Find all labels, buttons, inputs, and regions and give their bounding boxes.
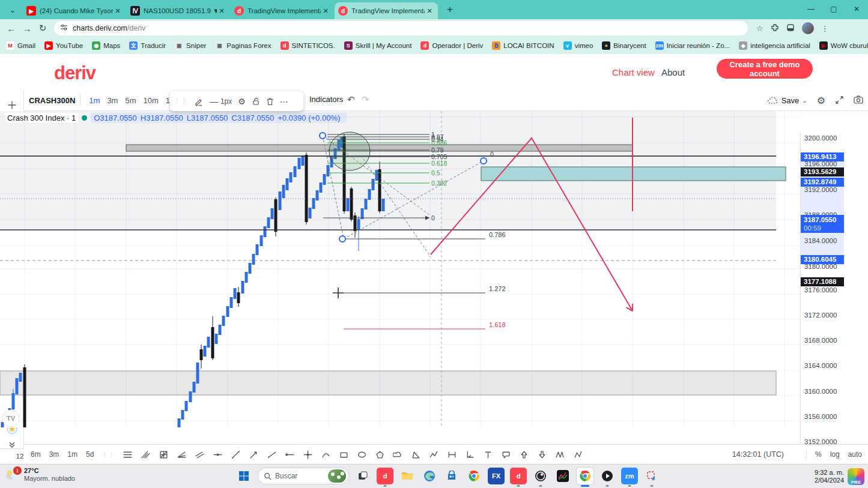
percent-scale-button[interactable]: %	[815, 450, 822, 459]
lower-gray-band[interactable]	[0, 371, 776, 395]
windows-start-icon[interactable]	[235, 468, 252, 484]
utc-clock[interactable]: 14:32:01 (UTC)	[732, 450, 784, 459]
weather-widget[interactable]: 1 27°CMayorm. nublado	[5, 467, 75, 483]
bookmark-item[interactable]: dSINTETICOS.	[281, 41, 335, 50]
range-3m[interactable]: 3m	[49, 450, 59, 459]
range-1m[interactable]: 1m	[67, 450, 77, 459]
new-tab-button[interactable]: +	[442, 2, 458, 17]
trend-line-tool[interactable]	[229, 448, 242, 461]
nav-chart-view[interactable]: Chart view	[612, 67, 655, 77]
auto-scale-button[interactable]: auto	[848, 450, 862, 459]
bookmark-item[interactable]: ●Binarycent	[602, 41, 646, 50]
taskbar-clock[interactable]: 9:32 a. m.2/04/2024	[815, 469, 844, 484]
profile-avatar[interactable]	[802, 22, 814, 34]
text-tool[interactable]	[481, 448, 494, 461]
zoom-app-icon[interactable]: zm	[621, 468, 638, 484]
taskbar-search[interactable]: Buscar	[258, 468, 349, 484]
drag-handle[interactable]: ⋮⋮	[102, 451, 115, 458]
deriv-app-icon[interactable]: d	[377, 468, 393, 484]
timeframe-1m[interactable]: 1m	[89, 96, 100, 105]
legend-title[interactable]: Crash 300 Index · 1	[5, 113, 78, 123]
ms-store-icon[interactable]	[443, 468, 460, 484]
close-button[interactable]: ✕	[845, 0, 868, 18]
cloud-shape-tool[interactable]	[391, 448, 404, 461]
gann-grid-tool[interactable]	[157, 448, 170, 461]
create-demo-account-button[interactable]: Create a free demo account	[717, 59, 813, 79]
ellipse-drawing[interactable]	[329, 132, 370, 170]
fx-chaos-icon[interactable]: FX	[488, 468, 505, 484]
deriv-logo[interactable]: deriv	[54, 62, 96, 84]
lock-icon[interactable]	[252, 97, 260, 106]
charts-app-icon[interactable]	[554, 468, 571, 484]
tab-search-button[interactable]: ⌄	[5, 2, 20, 17]
bookmark-item[interactable]: zmIniciar reunión - Zo...	[655, 41, 730, 50]
callout-tool[interactable]	[499, 448, 512, 461]
fib-speed-tool[interactable]	[175, 448, 188, 461]
bookmark-item[interactable]: ◈inteligencia artificial	[739, 41, 810, 50]
minimize-button[interactable]: —	[800, 0, 822, 18]
obs-studio-icon[interactable]	[532, 468, 549, 484]
save-button[interactable]: Save ⌄	[768, 96, 807, 105]
parallel-channel-tool[interactable]	[193, 448, 206, 461]
arrow-line-tool[interactable]	[247, 448, 260, 461]
range-5d[interactable]: 5d	[86, 450, 94, 459]
bookmark-item[interactable]: ▶WoW cburules	[819, 41, 868, 50]
rectangle-tool[interactable]	[337, 448, 350, 461]
bookmark-star-icon[interactable]: ☆	[756, 24, 763, 33]
bookmark-item[interactable]: dOperador | Deriv	[420, 41, 483, 50]
curve-tool[interactable]	[319, 448, 332, 461]
chart-plot-area[interactable]: 10.970.940.8860.790.7050.6180.50.38200.7…	[0, 111, 868, 444]
tab-close-icon[interactable]: ✕	[217, 6, 226, 16]
arrow-down-tool[interactable]	[535, 448, 548, 461]
file-explorer-icon[interactable]	[399, 468, 416, 484]
ray-line-tool[interactable]	[265, 448, 278, 461]
browser-menu-icon[interactable]: ⋮	[821, 24, 830, 33]
trash-icon[interactable]	[266, 97, 274, 106]
range-6m[interactable]: 6m	[31, 450, 41, 459]
triangle-tool[interactable]	[409, 448, 422, 461]
drawing-anchor-handle[interactable]	[339, 236, 345, 242]
chrome-icon[interactable]	[466, 468, 482, 484]
browser-tab-1[interactable]: ▶(24) Cuando Mike Tyson fue D✕	[23, 2, 126, 19]
indicators-button[interactable]: Indicators	[309, 95, 343, 104]
tab-close-icon[interactable]: ✕	[113, 6, 123, 16]
undo-icon[interactable]: ↶	[347, 94, 355, 105]
symbol-button[interactable]: CRASH300N	[29, 96, 75, 105]
bookmark-item[interactable]: ▶YouTube	[44, 41, 83, 50]
xabcd-pattern-tool[interactable]	[553, 448, 566, 461]
horizontal-ray-tool[interactable]	[283, 448, 296, 461]
bookmark-item[interactable]: 文Traducir	[129, 41, 166, 50]
polygon-tool[interactable]	[373, 448, 386, 461]
drawing-anchor-handle[interactable]	[320, 133, 326, 139]
chart-settings-gear-icon[interactable]: ⚙	[817, 95, 825, 106]
tab-close-icon[interactable]: ✕	[321, 6, 330, 16]
site-settings-icon[interactable]	[60, 23, 68, 33]
bookmark-item[interactable]: SSkrill | My Account	[344, 41, 412, 50]
tab-close-icon[interactable]: ✕	[425, 6, 434, 16]
nav-about[interactable]: About	[661, 67, 685, 77]
bookmark-item[interactable]: ◉Maps	[92, 41, 120, 50]
horizontal-line-tool[interactable]	[211, 448, 224, 461]
timeframe-5m[interactable]: 5m	[125, 96, 136, 105]
reload-button[interactable]: ↻	[35, 23, 50, 34]
drag-handle[interactable]: ⋮⋮	[174, 97, 188, 105]
bookmark-item[interactable]: ▣Paginas Forex	[215, 41, 271, 50]
angle-tool[interactable]	[463, 448, 476, 461]
color-pencil-icon[interactable]	[194, 97, 204, 106]
bookmark-item[interactable]: ₿LOCAI BITCOIN	[492, 41, 554, 50]
address-bar[interactable]: charts.deriv.com/deriv	[54, 21, 748, 35]
timeframe-3m[interactable]: 3m	[107, 96, 118, 105]
deriv-trader-icon[interactable]: d	[510, 468, 527, 484]
edge-icon[interactable]	[421, 468, 438, 484]
drawing-anchor-handle[interactable]	[481, 158, 487, 164]
fib-channel-tool[interactable]	[121, 448, 134, 461]
pitchfork-tool[interactable]	[139, 448, 152, 461]
cross-line-tool[interactable]	[301, 448, 314, 461]
browser-tab-3[interactable]: dTradingView Implementation f✕	[231, 2, 334, 19]
back-button[interactable]: ←	[4, 23, 19, 34]
ellipse-tool[interactable]	[355, 448, 368, 461]
arrow-up-tool[interactable]	[517, 448, 530, 461]
maximize-button[interactable]: ▢	[822, 0, 845, 18]
bookmark-item[interactable]: vvimeo	[563, 41, 593, 50]
snipping-tool-icon[interactable]	[643, 468, 660, 484]
